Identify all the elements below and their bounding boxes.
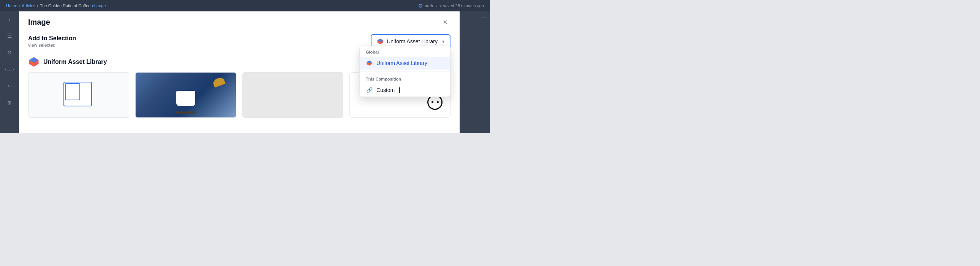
breadcrumb-change[interactable]: change... xyxy=(92,3,109,8)
breadcrumb-home[interactable]: Home xyxy=(6,3,17,8)
library-header: Uniform Asset Library xyxy=(28,56,107,68)
breadcrumb-page: The Golden Ratio of Coffee xyxy=(40,3,91,8)
bean-5 xyxy=(192,111,196,114)
coffee-beans xyxy=(170,111,201,114)
bean-1 xyxy=(176,111,179,114)
dropdown-button-label: Uniform Asset Library xyxy=(387,38,438,45)
sidebar-icon-code[interactable]: {…} xyxy=(4,64,15,75)
modal-title: Image xyxy=(28,18,50,27)
coffee-photo xyxy=(135,73,236,118)
char-eye-right xyxy=(437,101,439,103)
croissant xyxy=(212,76,225,88)
sidebar-icon-db[interactable]: ⊙ xyxy=(4,47,15,58)
char-head xyxy=(427,95,442,110)
placeholder-box-inner xyxy=(65,83,80,100)
breadcrumb-sep-1: › xyxy=(19,3,20,8)
dropdown-item-uniform-label: Uniform Asset Library xyxy=(376,60,427,66)
modal-close-button[interactable]: × xyxy=(440,17,450,27)
sidebar: ‹ ☰ ⊙ {…} ↩ ⊕ xyxy=(0,11,19,133)
right-panel: ··· xyxy=(460,11,490,133)
bean-4 xyxy=(188,111,191,114)
placeholder-layout-icon xyxy=(64,82,94,108)
view-selected-link[interactable]: view selected xyxy=(28,43,76,48)
right-panel-dots-icon[interactable]: ··· xyxy=(481,14,486,21)
saved-time: last saved 28 minutes ago xyxy=(435,3,484,8)
dropdown-item-custom-label: Custom xyxy=(376,87,395,93)
modal-header: Image × xyxy=(19,11,460,31)
dropdown-item-custom[interactable]: 🔗 Custom xyxy=(360,84,450,97)
custom-link-icon: 🔗 xyxy=(366,87,372,94)
sidebar-icon-menu[interactable]: ☰ xyxy=(4,30,15,41)
breadcrumb: Home › Articles › The Golden Ratio of Co… xyxy=(6,3,110,8)
draft-icon xyxy=(418,4,422,8)
global-section-label: Global xyxy=(360,46,450,57)
library-logo-icon xyxy=(28,56,40,68)
uniform-item-icon xyxy=(366,60,372,67)
char-eye-left xyxy=(431,101,433,103)
add-to-selection-title: Add to Selection xyxy=(28,35,76,42)
light-gray-photo xyxy=(243,73,343,118)
dropdown-item-uniform[interactable]: Uniform Asset Library xyxy=(360,57,450,70)
cursor-indicator xyxy=(399,88,400,93)
sidebar-icon-history[interactable]: ↩ xyxy=(4,81,15,91)
this-composition-section-label: This Composition xyxy=(360,73,450,84)
chevron-down-icon: ▾ xyxy=(442,39,444,44)
top-bar: Home › Articles › The Golden Ratio of Co… xyxy=(0,0,490,11)
grid-item-3[interactable] xyxy=(242,72,344,118)
sidebar-icon-globe[interactable]: ⊕ xyxy=(4,97,15,108)
bean-3 xyxy=(184,111,187,114)
uniform-logo-icon xyxy=(377,38,383,45)
draft-label: draft xyxy=(425,3,433,8)
breadcrumb-sep-2: › xyxy=(37,3,38,8)
back-button[interactable]: ‹ xyxy=(7,14,12,24)
dropdown-menu: Global Uniform Asset Library This Compos… xyxy=(360,46,450,97)
grid-item-2[interactable] xyxy=(135,72,236,118)
grid-item-1[interactable] xyxy=(28,72,129,118)
main-container: ‹ ☰ ⊙ {…} ↩ ⊕ Image × Add to Selection v… xyxy=(0,11,490,133)
draft-status: draft last saved 28 minutes ago xyxy=(418,3,484,8)
coffee-cup xyxy=(176,91,195,106)
content-area: Image × Add to Selection view selected U… xyxy=(19,11,460,133)
breadcrumb-articles[interactable]: Articles xyxy=(22,3,35,8)
dropdown-divider xyxy=(360,71,450,72)
library-name: Uniform Asset Library xyxy=(43,59,107,65)
selection-left: Add to Selection view selected xyxy=(28,35,76,48)
bean-2 xyxy=(180,111,183,114)
